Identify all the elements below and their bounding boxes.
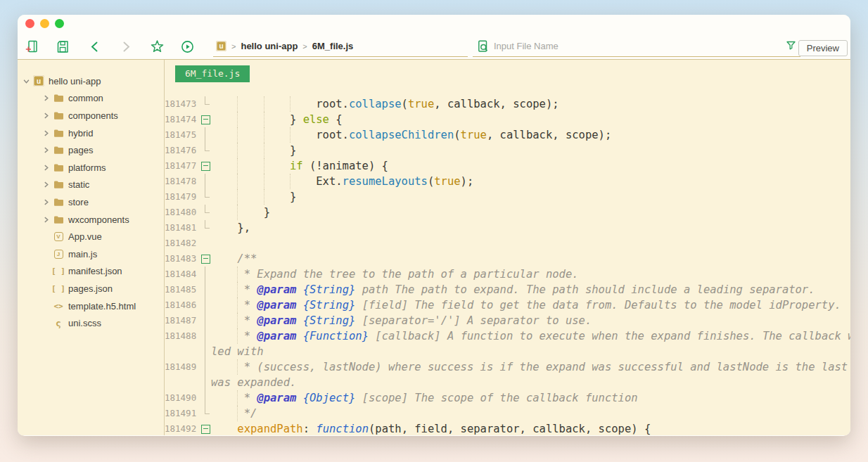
line-number: 181478 — [165, 174, 200, 189]
breadcrumb-file[interactable]: 6M_file.js — [312, 41, 354, 51]
app-window: u > hello uni-app > 6M_file.js Preview — [18, 15, 850, 436]
code-line-181477[interactable]: 181477if (!animate) { — [165, 158, 850, 174]
run-button[interactable] — [180, 40, 194, 54]
zoom-button[interactable] — [55, 19, 64, 28]
tree-item-components[interactable]: components — [18, 107, 164, 124]
indent-guide — [264, 96, 264, 112]
code-line-181485[interactable]: 181485* @param {String} path The path to… — [165, 282, 850, 297]
filter-button[interactable] — [786, 40, 796, 53]
line-number: 181487 — [165, 313, 200, 328]
forward-button[interactable] — [118, 40, 132, 54]
indent-guide — [264, 112, 264, 127]
line-number: 181483 — [165, 251, 200, 267]
chevron-right-icon[interactable] — [43, 113, 53, 119]
code-line-181488[interactable]: 181488* @param {Function} [callback] A f… — [165, 328, 850, 344]
preview-button[interactable]: Preview — [798, 40, 848, 56]
tree-item-wxcomponents[interactable]: wxcomponents — [18, 211, 164, 229]
run-icon — [181, 40, 194, 53]
chevron-right-icon[interactable] — [43, 199, 53, 205]
close-button[interactable] — [25, 19, 34, 28]
chevron-right-icon[interactable] — [43, 181, 53, 188]
fold-collapse-icon[interactable] — [200, 251, 211, 267]
chevron-down-icon[interactable] — [23, 78, 33, 84]
tab-6m-file-js[interactable]: 6M_file.js — [175, 65, 250, 82]
folder-icon — [53, 198, 64, 207]
code-line-181490[interactable]: 181490* @param {Object} [scope] The scop… — [165, 390, 850, 406]
indent-guide — [264, 189, 264, 205]
fold-marker — [200, 390, 211, 406]
folder-icon — [53, 215, 64, 224]
back-button[interactable] — [88, 40, 102, 54]
js-icon: J — [53, 250, 64, 259]
code-text: root.collapse(true, callback, scope); — [211, 96, 850, 112]
code-line-181486[interactable]: 181486* @param {String} [field] The fiel… — [165, 297, 850, 313]
indent-guide — [237, 112, 238, 127]
code-line-181484[interactable]: 181484* Expand the tree to the path of a… — [165, 267, 850, 282]
chevron-right-icon[interactable] — [43, 165, 53, 171]
fold-collapse-icon[interactable] — [200, 112, 211, 127]
tree-item-pages[interactable]: pages — [18, 141, 164, 159]
tree-item-app-vue[interactable]: VApp.vue — [18, 228, 164, 245]
tree-item-pages-json[interactable]: [ ]pages.json — [18, 280, 164, 297]
code-line-181481[interactable]: 181481}, — [165, 220, 850, 236]
breadcrumb-project[interactable]: hello uni-app — [241, 41, 298, 51]
chevron-right-icon[interactable] — [43, 217, 53, 223]
code-line-181492[interactable]: 181492expandPath: function(path, field, … — [165, 421, 850, 435]
line-number: 181482 — [165, 236, 200, 251]
tree-item-uni-scss[interactable]: ςuni.scss — [18, 314, 164, 332]
code-line-181491[interactable]: 181491*/ — [165, 406, 850, 421]
code-line-181479[interactable]: 181479} — [165, 189, 850, 205]
line-number: 181490 — [165, 390, 200, 406]
breadcrumb-separator: > — [302, 42, 307, 51]
fold-collapse-icon[interactable] — [200, 421, 211, 435]
code-text — [211, 236, 850, 251]
tree-items: commoncomponentshybridpagesplatformsstat… — [18, 90, 164, 332]
tree-item-common[interactable]: common — [18, 90, 164, 108]
tree-item-template-h5-html[interactable]: <>template.h5.html — [18, 297, 164, 315]
line-number: 181475 — [165, 127, 200, 143]
tree-item-hybrid[interactable]: hybrid — [18, 124, 164, 142]
tree-item-manifest-json[interactable]: [ ]manifest.json — [18, 263, 164, 281]
chevron-right-icon[interactable] — [43, 147, 53, 153]
fold-marker — [200, 220, 211, 236]
code-line-181473[interactable]: 181473root.collapse(true, callback, scop… — [165, 96, 850, 112]
tree-item-label: store — [68, 197, 89, 207]
code-line-wrap[interactable]: led with — [165, 344, 850, 359]
indent-guide — [237, 158, 238, 174]
titlebar-toolbar: u > hello uni-app > 6M_file.js Preview — [18, 15, 850, 60]
save-button[interactable] — [56, 40, 70, 54]
tree-item-main-js[interactable]: Jmain.js — [18, 245, 164, 263]
code-line-wrap[interactable]: was expanded. — [165, 375, 850, 390]
indent-guide — [264, 174, 264, 189]
tree-item-label: common — [68, 93, 103, 103]
star-button[interactable] — [150, 40, 164, 54]
line-number: 181480 — [165, 205, 200, 220]
code-line-181482[interactable]: 181482 — [165, 236, 850, 251]
uniapp-logo-icon: u — [33, 75, 44, 86]
tree-item-store[interactable]: store — [18, 193, 164, 211]
tree-item-root[interactable]: u hello uni-app — [18, 72, 164, 90]
tree-item-static[interactable]: static — [18, 177, 164, 194]
new-file-button[interactable] — [25, 40, 39, 54]
tree-item-platforms[interactable]: platforms — [18, 159, 164, 177]
code-line-181489[interactable]: 181489* (success, lastNode) where succes… — [165, 359, 850, 375]
code-line-181476[interactable]: 181476} — [165, 143, 850, 158]
code-line-181480[interactable]: 181480} — [165, 205, 850, 220]
tree-item-label: platforms — [68, 162, 106, 173]
code-line-181483[interactable]: 181483/** — [165, 251, 850, 267]
chevron-right-icon[interactable] — [43, 95, 53, 101]
indent-guide — [237, 205, 238, 220]
fold-collapse-icon[interactable] — [200, 158, 211, 174]
code-line-181475[interactable]: 181475root.collapseChildren(true, callba… — [165, 127, 850, 143]
code-text: }, — [211, 220, 850, 236]
minimize-button[interactable] — [40, 19, 49, 28]
search-input[interactable] — [494, 41, 780, 51]
code-text: } else { — [211, 112, 850, 127]
code-line-181478[interactable]: 181478Ext.resumeLayouts(true); — [165, 174, 850, 189]
code-line-181474[interactable]: 181474} else { — [165, 112, 850, 127]
save-icon — [56, 40, 70, 53]
tree-item-label: uni.scss — [68, 318, 101, 328]
code-area[interactable]: 181473root.collapse(true, callback, scop… — [165, 89, 850, 435]
code-line-181487[interactable]: 181487* @param {String} [separator='/'] … — [165, 313, 850, 328]
chevron-right-icon[interactable] — [43, 130, 53, 136]
